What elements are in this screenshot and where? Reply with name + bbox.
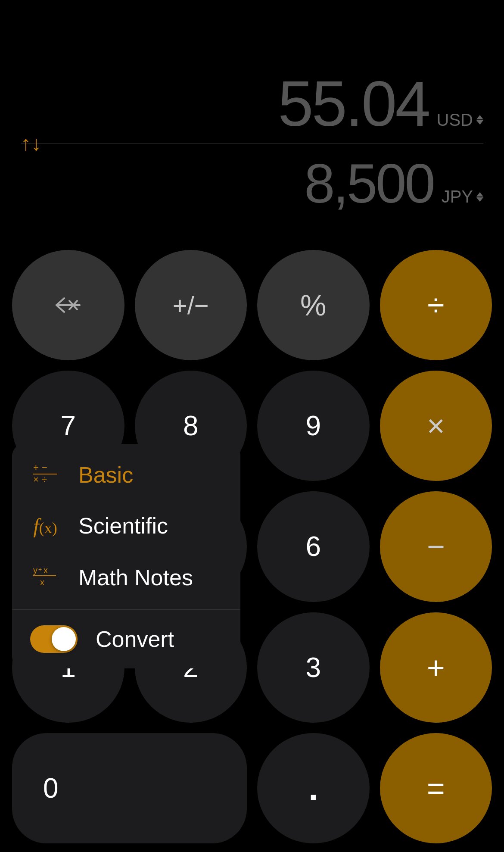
top-currency[interactable]: USD bbox=[437, 110, 483, 130]
7-label: 7 bbox=[60, 410, 76, 442]
top-value-row: 55.04 USD bbox=[278, 72, 483, 136]
menu-item-math-notes[interactable]: y + x x Math Notes bbox=[12, 551, 240, 604]
bottom-number: 8,500 bbox=[304, 156, 433, 211]
convert-label: Convert bbox=[96, 626, 174, 652]
bottom-value-row: 8,500 JPY bbox=[304, 156, 483, 211]
decimal-button[interactable]: . bbox=[257, 733, 370, 843]
8-label: 8 bbox=[183, 410, 199, 442]
0-button[interactable]: 0 bbox=[12, 733, 247, 843]
math-notes-icon: y + x x bbox=[30, 563, 60, 592]
toggle-knob bbox=[52, 627, 76, 651]
svg-text:+: + bbox=[38, 566, 42, 573]
basic-label: Basic bbox=[78, 462, 133, 488]
plus-minus-button[interactable]: +/− bbox=[135, 250, 247, 360]
convert-row: Convert bbox=[12, 610, 240, 668]
popup-menu: + − × ÷ Basic f(x) Scientific y + x bbox=[12, 444, 240, 668]
svg-text:y: y bbox=[33, 565, 37, 575]
9-label: 9 bbox=[305, 410, 321, 442]
top-currency-arrows[interactable] bbox=[476, 115, 483, 125]
divider-line bbox=[21, 144, 483, 144]
svg-text:+: + bbox=[33, 462, 39, 473]
decimal-label: . bbox=[308, 768, 318, 808]
display-area: 55.04 USD ↑↓ 8,500 JPY bbox=[0, 0, 504, 224]
bottom-currency-arrows[interactable] bbox=[476, 192, 483, 202]
minus-button[interactable]: − bbox=[380, 491, 492, 602]
percent-button[interactable]: % bbox=[257, 250, 370, 360]
swap-icon[interactable]: ↑↓ bbox=[21, 133, 41, 154]
scientific-label: Scientific bbox=[78, 513, 168, 539]
svg-text:×: × bbox=[33, 474, 39, 484]
math-notes-label: Math Notes bbox=[78, 565, 193, 590]
percent-label: % bbox=[300, 288, 326, 322]
top-number: 55.04 bbox=[278, 72, 429, 136]
3-label: 3 bbox=[305, 652, 321, 683]
bottom-currency[interactable]: JPY bbox=[442, 187, 483, 206]
equals-button[interactable]: = bbox=[380, 733, 492, 843]
menu-item-scientific[interactable]: f(x) Scientific bbox=[12, 501, 240, 551]
svg-text:x: x bbox=[40, 577, 44, 587]
plus-minus-label: +/− bbox=[173, 291, 209, 320]
divide-label: ÷ bbox=[427, 287, 445, 323]
multiply-label: × bbox=[427, 408, 445, 443]
equals-label: = bbox=[427, 771, 445, 806]
plus-button[interactable]: + bbox=[380, 612, 492, 723]
divide-button[interactable]: ÷ bbox=[380, 250, 492, 360]
convert-toggle[interactable] bbox=[30, 625, 78, 653]
menu-item-basic[interactable]: + − × ÷ Basic bbox=[12, 449, 240, 501]
3-button[interactable]: 3 bbox=[257, 612, 370, 723]
svg-text:÷: ÷ bbox=[42, 474, 47, 484]
basic-icon: + − × ÷ bbox=[30, 461, 60, 489]
svg-text:x: x bbox=[44, 565, 48, 575]
menu-items-container: + − × ÷ Basic f(x) Scientific y + x bbox=[12, 444, 240, 609]
svg-text:−: − bbox=[42, 462, 47, 473]
6-label: 6 bbox=[305, 531, 321, 562]
divider-row: ↑↓ bbox=[21, 144, 483, 144]
multiply-button[interactable]: × bbox=[380, 371, 492, 481]
minus-label: − bbox=[427, 529, 445, 564]
6-button[interactable]: 6 bbox=[257, 491, 370, 602]
scientific-icon: f(x) bbox=[30, 514, 60, 538]
backspace-button[interactable] bbox=[12, 250, 124, 360]
plus-label: + bbox=[427, 650, 445, 685]
0-label: 0 bbox=[43, 772, 59, 804]
9-button[interactable]: 9 bbox=[257, 371, 370, 481]
